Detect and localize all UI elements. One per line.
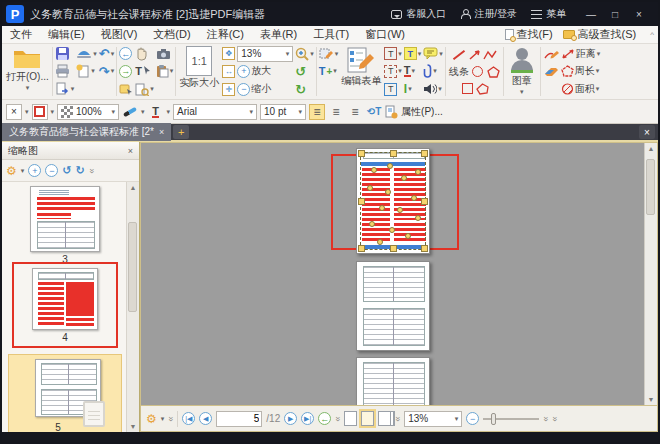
pencil-tool[interactable] (543, 45, 559, 62)
rotate-cw-button[interactable]: ↻ (295, 81, 314, 98)
maximize-button[interactable]: □ (604, 5, 626, 23)
sound-comment-button[interactable]: ▾ (423, 81, 443, 98)
thumbnail-page-3[interactable]: 3 (30, 186, 100, 265)
login-button[interactable]: 注册/登录 (460, 7, 517, 21)
menu-form[interactable]: 表单(R) (252, 27, 305, 42)
line-style-button[interactable] (122, 104, 138, 120)
close-button[interactable]: × (628, 5, 650, 23)
line-tool[interactable] (451, 47, 467, 63)
history-forward-button[interactable]: → (119, 63, 133, 80)
polygon-tool[interactable] (476, 83, 489, 95)
print-button[interactable] (55, 63, 75, 80)
canvas-scrollbar-thumb[interactable] (646, 159, 655, 215)
status-more-icon[interactable]: » (166, 416, 176, 421)
menu-window[interactable]: 窗口(W) (357, 27, 413, 42)
fill-color-none[interactable]: × (6, 104, 22, 120)
menu-edit[interactable]: 编辑(E) (40, 27, 93, 42)
first-page-button[interactable]: |◀ (182, 412, 195, 425)
add-text-button[interactable]: T + ▾ (319, 63, 339, 80)
eraser-tool[interactable] (543, 63, 559, 80)
new-tab-button[interactable]: + (173, 125, 189, 139)
page-number-input[interactable] (216, 411, 262, 427)
redo-button[interactable]: ↷▾ (99, 63, 114, 80)
menu-document[interactable]: 文档(D) (145, 27, 198, 42)
border-color-picker[interactable] (32, 104, 48, 120)
align-center-button[interactable]: ≡ (328, 104, 344, 120)
two-page-view-button[interactable] (378, 411, 391, 426)
new-page-button[interactable]: ▾ (76, 63, 97, 80)
zoom-slider[interactable] (483, 418, 539, 420)
fit-page-button[interactable]: ✥ (222, 45, 235, 62)
thumbnail-zoom-out-button[interactable]: − (45, 164, 58, 177)
select-object-button[interactable] (119, 81, 133, 98)
zoom-in-button[interactable]: + 放大 (237, 63, 293, 80)
text-field-button[interactable]: T▾ (384, 63, 402, 80)
font-combo[interactable]: Arial ▾ (173, 104, 257, 120)
menu-comment[interactable]: 注释(C) (199, 27, 252, 42)
rectangle-tool[interactable] (459, 81, 475, 97)
zoom-combo[interactable]: 13% ▾ (237, 46, 293, 62)
menu-file[interactable]: 文件 (2, 27, 40, 42)
status-zoom-out-button[interactable]: − (466, 412, 479, 425)
text-direction-button[interactable]: ⟲T (366, 104, 382, 120)
continuous-view-button[interactable] (361, 411, 374, 426)
selection-handle[interactable] (390, 245, 397, 252)
thumbnail-page-4[interactable]: 4 (32, 268, 98, 343)
find-document-button[interactable]: ▾ (135, 81, 154, 98)
edit-form-button[interactable]: 编辑表单 (339, 45, 383, 98)
thumbnail-options-button[interactable]: ⚙ (6, 164, 17, 178)
single-page-view-button[interactable] (344, 411, 357, 426)
hand-tool-button[interactable] (135, 45, 154, 62)
marquee-zoom-button[interactable]: ▾ (295, 45, 314, 62)
snapshot-button[interactable] (156, 45, 174, 62)
properties-button[interactable]: 属性(P)... (385, 105, 443, 119)
selection-handle[interactable] (390, 150, 397, 157)
edit-object-button[interactable]: ▾ (319, 45, 339, 62)
find-button[interactable]: 查找(F) (505, 27, 553, 42)
selection-handle[interactable] (358, 150, 365, 157)
highlight-text-button[interactable]: T▾ (404, 45, 422, 62)
opacity-combo[interactable]: 100% ▾ (57, 104, 119, 120)
zoom-slider-knob[interactable] (491, 413, 496, 425)
measure-distance-button[interactable]: 距离▾ (561, 45, 601, 62)
status-options-button[interactable]: ⚙ (146, 412, 157, 426)
fit-width-button[interactable]: ↔ (222, 63, 235, 80)
text-color-button[interactable]: T (148, 104, 164, 120)
document-tab[interactable]: 义务教育品德与社会课程标准 [2* × (2, 123, 171, 141)
polyline-tool[interactable] (483, 49, 497, 61)
page-6[interactable] (356, 357, 430, 405)
tabbar-close-button[interactable]: × (639, 125, 655, 139)
history-back-button[interactable]: ← (119, 45, 133, 62)
save-button[interactable] (55, 45, 75, 62)
collapse-ribbon-icon[interactable]: ^ (650, 30, 654, 39)
open-button[interactable]: 打开(O)... ▾ (4, 45, 51, 98)
selection-handle[interactable] (358, 245, 365, 252)
thumbnail-scrollbar-thumb[interactable] (128, 222, 137, 312)
selection-handle[interactable] (358, 198, 365, 205)
scan-button[interactable]: ▾ (76, 45, 97, 62)
measure-perimeter-button[interactable]: 周长▾ (561, 63, 601, 80)
measure-area-button[interactable]: 面积▾ (561, 81, 601, 98)
panel-close-icon[interactable]: × (128, 146, 133, 156)
next-page-button[interactable]: ▶ (284, 412, 297, 425)
thumbnail-rotate-ccw-button[interactable]: ↺ (62, 164, 71, 177)
actual-size-button[interactable]: 1:1 实际大小 (177, 45, 221, 98)
selection-handle[interactable] (421, 150, 428, 157)
menu-tools[interactable]: 工具(T) (305, 27, 357, 42)
advanced-find-button[interactable]: 高级查找(S) (563, 27, 637, 42)
thumbnail-zoom-in-button[interactable]: + (28, 164, 41, 177)
selection-handle[interactable] (421, 198, 428, 205)
stamp-button[interactable]: 图章 ▾ (505, 45, 539, 98)
status-zoom-combo[interactable]: 13% ▾ (404, 411, 462, 427)
customer-service-button[interactable]: 客服入口 (391, 7, 446, 21)
undo-button[interactable]: ↶▾ (99, 45, 114, 62)
insert-text-button[interactable]: I▾ (404, 81, 422, 98)
circle-tool[interactable] (470, 64, 486, 80)
note-comment-button[interactable]: ▾ (423, 45, 443, 62)
selection-handle[interactable] (421, 245, 428, 252)
pentagon-tool[interactable] (487, 66, 500, 78)
menu-button[interactable]: 菜单 (531, 7, 566, 21)
tab-close-icon[interactable]: × (159, 127, 164, 137)
rotate-ccw-button[interactable]: ↺ (295, 63, 314, 80)
attach-file-button[interactable]: ▾ (423, 63, 443, 80)
